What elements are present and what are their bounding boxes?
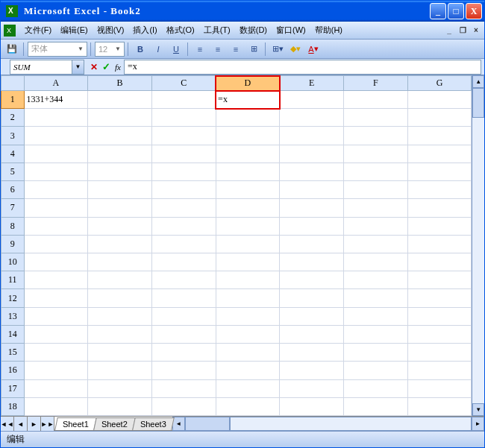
- hscroll-thumb[interactable]: [185, 417, 230, 431]
- cell-B14[interactable]: [88, 325, 152, 343]
- row-header-14[interactable]: 14: [1, 325, 25, 343]
- cell-B16[interactable]: [88, 362, 152, 379]
- cell-F4[interactable]: [343, 145, 407, 163]
- titlebar[interactable]: Microsoft Excel - Book2 _ □ X: [1, 1, 484, 22]
- cell-E10[interactable]: [280, 253, 344, 271]
- cell-D5[interactable]: [216, 163, 280, 180]
- cell-G3[interactable]: [407, 127, 472, 145]
- cell-A9[interactable]: [24, 235, 88, 253]
- close-button[interactable]: X: [466, 3, 482, 19]
- cell-D6[interactable]: [216, 181, 280, 199]
- cell-E12[interactable]: [280, 289, 344, 307]
- cell-G13[interactable]: [407, 307, 472, 325]
- cell-C10[interactable]: [151, 253, 216, 271]
- scroll-thumb[interactable]: [472, 88, 484, 118]
- cell-C1[interactable]: [151, 91, 216, 109]
- menu-insert[interactable]: 插入(I): [128, 22, 161, 38]
- cell-B2[interactable]: [88, 109, 152, 127]
- cell-A14[interactable]: [24, 325, 88, 343]
- cell-G6[interactable]: [407, 181, 472, 199]
- row-header-10[interactable]: 10: [1, 253, 25, 271]
- font-select[interactable]: 宋体▼: [28, 42, 87, 57]
- cell-B18[interactable]: [88, 397, 152, 415]
- maximize-button[interactable]: □: [448, 3, 464, 19]
- cell-D2[interactable]: [216, 109, 280, 127]
- cell-C11[interactable]: [151, 271, 216, 289]
- cell-A12[interactable]: [24, 289, 88, 307]
- enter-icon[interactable]: ✓: [102, 61, 110, 72]
- cell-B15[interactable]: [88, 344, 152, 362]
- cell-F11[interactable]: [343, 271, 407, 289]
- row-header-3[interactable]: 3: [1, 127, 25, 145]
- row-header-5[interactable]: 5: [1, 163, 25, 180]
- cell-D14[interactable]: [216, 325, 280, 343]
- cell-C5[interactable]: [151, 163, 216, 180]
- cell-D9[interactable]: [216, 235, 280, 253]
- cell-G15[interactable]: [407, 344, 472, 362]
- cell-C16[interactable]: [151, 362, 216, 379]
- cell-F9[interactable]: [343, 235, 407, 253]
- mdi-restore[interactable]: ❐: [457, 25, 468, 36]
- cell-E2[interactable]: [280, 109, 344, 127]
- row-header-9[interactable]: 9: [1, 235, 25, 253]
- menu-window[interactable]: 窗口(W): [272, 22, 310, 38]
- font-size-select[interactable]: 12▼: [95, 42, 125, 57]
- cell-A10[interactable]: [24, 253, 88, 271]
- cell-G2[interactable]: [407, 109, 472, 127]
- row-header-16[interactable]: 16: [1, 362, 25, 379]
- bold-button[interactable]: B: [132, 42, 148, 57]
- align-right-icon[interactable]: ≡: [228, 42, 244, 57]
- row-header-18[interactable]: 18: [1, 397, 25, 415]
- cell-A13[interactable]: [24, 307, 88, 325]
- cell-D10[interactable]: [216, 253, 280, 271]
- cell-G14[interactable]: [407, 325, 472, 343]
- cell-C17[interactable]: [151, 379, 216, 397]
- cell-E5[interactable]: [280, 163, 344, 180]
- cell-D1[interactable]: =x: [216, 91, 280, 109]
- save-icon[interactable]: 💾: [4, 42, 20, 57]
- cell-F12[interactable]: [343, 289, 407, 307]
- cell-C2[interactable]: [151, 109, 216, 127]
- tab-nav-first[interactable]: ◄◄: [1, 417, 14, 431]
- cell-C15[interactable]: [151, 344, 216, 362]
- mdi-minimize[interactable]: _: [444, 25, 454, 36]
- cell-A17[interactable]: [24, 379, 88, 397]
- cell-D11[interactable]: [216, 271, 280, 289]
- cell-E16[interactable]: [280, 362, 344, 379]
- mdi-close[interactable]: ×: [471, 25, 481, 36]
- cell-F13[interactable]: [343, 307, 407, 325]
- cell-C4[interactable]: [151, 145, 216, 163]
- cell-A2[interactable]: [24, 109, 88, 127]
- merge-icon[interactable]: ⊞: [245, 42, 262, 57]
- row-header-1[interactable]: 1: [1, 91, 25, 109]
- scroll-right-icon[interactable]: ►: [472, 417, 484, 431]
- cell-E18[interactable]: [280, 397, 344, 415]
- cell-E11[interactable]: [280, 271, 344, 289]
- cell-C12[interactable]: [151, 289, 216, 307]
- menu-format[interactable]: 格式(O): [162, 22, 199, 38]
- cell-F2[interactable]: [343, 109, 407, 127]
- fill-color-icon[interactable]: ◆▾: [287, 42, 304, 57]
- cell-C8[interactable]: [151, 217, 216, 235]
- cell-D13[interactable]: [216, 307, 280, 325]
- menu-data[interactable]: 数据(D): [235, 22, 272, 38]
- cell-A1[interactable]: 1331+344: [24, 91, 88, 109]
- fx-icon[interactable]: fx: [115, 63, 121, 72]
- row-header-12[interactable]: 12: [1, 289, 25, 307]
- tab-sheet2[interactable]: Sheet2: [93, 417, 135, 430]
- menu-view[interactable]: 视图(V): [93, 22, 129, 38]
- tab-sheet3[interactable]: Sheet3: [132, 417, 174, 430]
- row-header-15[interactable]: 15: [1, 344, 25, 362]
- cell-G17[interactable]: [407, 379, 472, 397]
- scroll-up-icon[interactable]: ▲: [472, 75, 484, 88]
- col-header-A[interactable]: A: [24, 76, 88, 91]
- select-all-corner[interactable]: [1, 76, 25, 91]
- underline-button[interactable]: U: [168, 42, 184, 57]
- cell-G16[interactable]: [407, 362, 472, 379]
- row-header-4[interactable]: 4: [1, 145, 25, 163]
- menu-file[interactable]: 文件(F): [20, 22, 56, 38]
- cell-B3[interactable]: [88, 127, 152, 145]
- vertical-scrollbar[interactable]: ▲ ▼: [472, 75, 484, 416]
- cell-E9[interactable]: [280, 235, 344, 253]
- cell-G1[interactable]: [407, 91, 472, 109]
